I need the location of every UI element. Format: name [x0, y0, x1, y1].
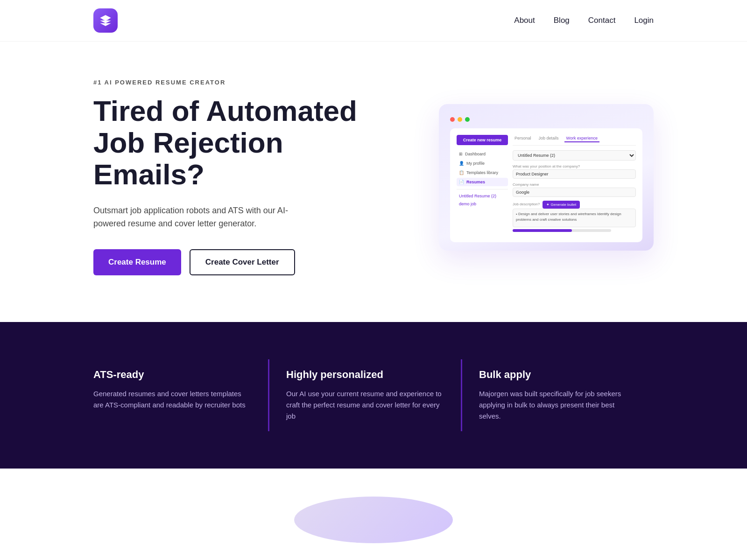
sidebar-item-templates[interactable]: 📋 Templates library: [457, 168, 508, 177]
generate-bullet-btn[interactable]: ✦ Generate bullet: [543, 201, 580, 209]
feature-desc-personalized: Our AI use your current resume and exper…: [286, 388, 444, 422]
hero-buttons: Create Resume Create Cover Letter: [93, 249, 364, 275]
nav-link-blog[interactable]: Blog: [554, 16, 570, 25]
feature-desc-bulk: Majorgen was built specifically for job …: [479, 388, 637, 422]
sidebar-profile-label: My profile: [466, 161, 485, 166]
nav-link-about[interactable]: About: [514, 16, 535, 25]
company-label: Company name: [513, 182, 636, 187]
position-label: What was your position at the company?: [513, 164, 636, 168]
app-mockup: Create new resume ⊞ Dashboard 👤 My profi…: [439, 104, 654, 251]
logo[interactable]: [93, 8, 118, 33]
feature-title-bulk: Bulk apply: [479, 369, 637, 381]
progress-fill: [513, 229, 572, 232]
bottom-section: [0, 469, 747, 560]
sidebar-divider: [457, 189, 508, 189]
progress-bar: [513, 229, 611, 232]
nav-item-about[interactable]: About: [514, 16, 535, 25]
features-grid: ATS-ready Generated resumes and cover le…: [93, 359, 654, 431]
resumes-icon: 📄: [459, 180, 464, 184]
logo-icon: [93, 8, 118, 33]
dot-yellow: [458, 117, 462, 122]
dot-red: [450, 117, 455, 122]
navbar: About Blog Contact Login: [0, 0, 747, 42]
templates-icon: 📋: [459, 170, 464, 175]
description-area[interactable]: • Design and deliver user stories and wi…: [513, 209, 636, 227]
description-header-row: Job description? ✦ Generate bullet: [513, 201, 636, 209]
mockup-main-content: Personal Job details Work experience Unt…: [513, 135, 636, 236]
hero-mockup: Create new resume ⊞ Dashboard 👤 My profi…: [439, 104, 654, 251]
dot-green: [465, 117, 470, 122]
feature-desc-ats: Generated resumes and cover letters temp…: [93, 388, 251, 411]
create-resume-button[interactable]: Create Resume: [93, 249, 181, 275]
nav-link-contact[interactable]: Contact: [588, 16, 616, 25]
window-dots: [450, 117, 642, 122]
profile-icon: 👤: [459, 161, 464, 166]
feature-card-personalized: Highly personalized Our AI use your curr…: [268, 359, 461, 431]
tab-personal[interactable]: Personal: [513, 135, 533, 142]
nav-links: About Blog Contact Login: [514, 16, 654, 25]
company-field-group: Company name Google: [513, 182, 636, 197]
nav-item-login[interactable]: Login: [634, 16, 654, 25]
sidebar-resume-1[interactable]: Untitled Resume (2): [457, 192, 508, 200]
sidebar-dashboard-label: Dashboard: [465, 152, 486, 156]
sidebar-resumes-label: Resumes: [466, 180, 485, 184]
feature-title-ats: ATS-ready: [93, 369, 251, 381]
nav-item-contact[interactable]: Contact: [588, 16, 616, 25]
hero-title: Tired of Automated Job Rejection Emails?: [93, 95, 364, 191]
experience-select[interactable]: Untitled Resume (2): [513, 150, 636, 161]
sidebar-resume-2[interactable]: demo job: [457, 200, 508, 208]
select-field-group: Untitled Resume (2): [513, 150, 636, 161]
feature-card-bulk: Bulk apply Majorgen was built specifical…: [461, 359, 654, 431]
create-cover-letter-button[interactable]: Create Cover Letter: [190, 249, 295, 275]
hero-section: #1 AI POWERED RESUME CREATOR Tired of Au…: [0, 42, 747, 322]
sidebar-item-profile[interactable]: 👤 My profile: [457, 159, 508, 168]
mockup-tabs: Personal Job details Work experience: [513, 135, 636, 146]
bottom-blob: [294, 497, 453, 543]
nav-link-login[interactable]: Login: [634, 16, 654, 25]
sidebar-templates-label: Templates library: [466, 170, 498, 175]
hero-subtitle: Outsmart job application robots and ATS …: [93, 204, 317, 231]
tab-job-details[interactable]: Job details: [537, 135, 561, 142]
nav-item-blog[interactable]: Blog: [554, 16, 570, 25]
logo-svg: [99, 14, 112, 27]
hero-content: #1 AI POWERED RESUME CREATOR Tired of Au…: [93, 79, 364, 275]
features-section: ATS-ready Generated resumes and cover le…: [0, 322, 747, 469]
tab-work-experience[interactable]: Work experience: [564, 135, 599, 142]
mockup-body: Create new resume ⊞ Dashboard 👤 My profi…: [450, 128, 642, 242]
company-input[interactable]: Google: [513, 188, 636, 197]
dashboard-icon: ⊞: [459, 152, 463, 156]
position-field-group: What was your position at the company? P…: [513, 164, 636, 179]
description-label: Job description?: [513, 202, 540, 206]
description-field-group: Job description? ✦ Generate bullet • Des…: [513, 201, 636, 232]
sidebar-create-btn[interactable]: Create new resume: [457, 135, 508, 145]
feature-title-personalized: Highly personalized: [286, 369, 444, 381]
hero-tag: #1 AI POWERED RESUME CREATOR: [93, 79, 364, 86]
feature-card-ats: ATS-ready Generated resumes and cover le…: [93, 359, 268, 431]
sidebar-item-dashboard[interactable]: ⊞ Dashboard: [457, 150, 508, 158]
position-input[interactable]: Product Designer: [513, 169, 636, 179]
sidebar-item-resumes[interactable]: 📄 Resumes: [457, 178, 508, 186]
mockup-sidebar: Create new resume ⊞ Dashboard 👤 My profi…: [457, 135, 508, 236]
select-row: Untitled Resume (2): [513, 150, 636, 161]
